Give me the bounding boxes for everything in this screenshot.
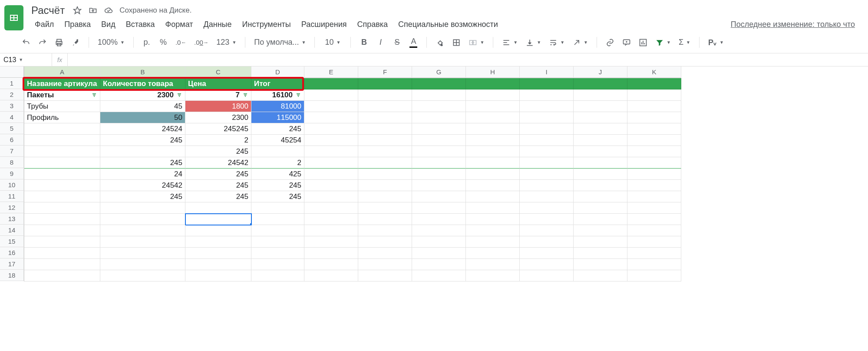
cell[interactable] bbox=[304, 112, 358, 123]
row-header-6[interactable]: 6 bbox=[0, 134, 24, 146]
cell[interactable] bbox=[358, 180, 412, 191]
menu-help[interactable]: Справка bbox=[357, 20, 388, 29]
cell[interactable] bbox=[358, 191, 412, 202]
cell[interactable] bbox=[100, 225, 185, 236]
row-header-14[interactable]: 14 bbox=[0, 225, 24, 236]
sheets-logo-icon[interactable] bbox=[4, 5, 23, 30]
filter-icon[interactable] bbox=[176, 93, 182, 98]
cell[interactable]: Количество товара bbox=[100, 78, 185, 89]
cell[interactable] bbox=[412, 214, 466, 225]
cell[interactable] bbox=[520, 78, 574, 89]
cell[interactable] bbox=[520, 123, 574, 135]
cell[interactable] bbox=[304, 236, 358, 248]
cell[interactable] bbox=[412, 236, 466, 248]
cell[interactable] bbox=[412, 89, 466, 101]
cell[interactable] bbox=[185, 248, 251, 259]
cell[interactable]: 245 bbox=[100, 135, 185, 146]
last-change-link[interactable]: Последнее изменение: только что bbox=[731, 20, 868, 29]
cell[interactable] bbox=[574, 180, 627, 191]
cell[interactable] bbox=[627, 214, 681, 225]
cell[interactable]: 245 bbox=[251, 180, 304, 191]
cell[interactable] bbox=[520, 259, 574, 270]
cell[interactable] bbox=[185, 236, 251, 248]
cell[interactable]: 7 bbox=[185, 89, 251, 101]
cell[interactable] bbox=[466, 248, 520, 259]
cell[interactable] bbox=[627, 225, 681, 236]
cell[interactable] bbox=[627, 259, 681, 270]
cell[interactable] bbox=[412, 101, 466, 112]
cell[interactable] bbox=[304, 248, 358, 259]
cell[interactable] bbox=[466, 89, 520, 101]
cell[interactable] bbox=[24, 236, 100, 248]
cell[interactable] bbox=[304, 135, 358, 146]
cell[interactable] bbox=[251, 214, 304, 225]
cell[interactable]: 2300 bbox=[185, 112, 251, 123]
menu-view[interactable]: Вид bbox=[101, 20, 116, 29]
cell[interactable] bbox=[574, 135, 627, 146]
currency-button[interactable]: р. bbox=[141, 35, 153, 50]
cell[interactable] bbox=[304, 180, 358, 191]
cell[interactable] bbox=[466, 112, 520, 123]
cell[interactable] bbox=[520, 191, 574, 202]
cell[interactable] bbox=[251, 236, 304, 248]
cell[interactable] bbox=[304, 169, 358, 180]
cell[interactable] bbox=[574, 270, 627, 281]
menu-tools[interactable]: Инструменты bbox=[242, 20, 291, 29]
cell[interactable]: 245 bbox=[100, 157, 185, 169]
cell[interactable]: Название артикула bbox=[24, 78, 100, 89]
row-header-8[interactable]: 8 bbox=[0, 157, 24, 168]
row-header-5[interactable]: 5 bbox=[0, 123, 24, 134]
redo-button[interactable] bbox=[36, 35, 49, 50]
row-header-3[interactable]: 3 bbox=[0, 100, 24, 112]
cell[interactable]: 24542 bbox=[185, 157, 251, 169]
cell[interactable] bbox=[574, 225, 627, 236]
cell[interactable] bbox=[466, 157, 520, 169]
cell[interactable] bbox=[627, 146, 681, 157]
column-header-E[interactable]: E bbox=[304, 66, 358, 78]
cell[interactable] bbox=[574, 259, 627, 270]
cell[interactable] bbox=[251, 270, 304, 281]
cell[interactable] bbox=[627, 236, 681, 248]
row-header-18[interactable]: 18 bbox=[0, 270, 24, 281]
cell[interactable] bbox=[520, 157, 574, 169]
menu-edit[interactable]: Правка bbox=[64, 20, 91, 29]
cell[interactable] bbox=[627, 202, 681, 214]
cell[interactable] bbox=[627, 112, 681, 123]
text-color-button[interactable]: A bbox=[407, 35, 419, 50]
cell[interactable] bbox=[574, 89, 627, 101]
filter-icon[interactable] bbox=[242, 93, 248, 98]
cell[interactable]: 2 bbox=[185, 135, 251, 146]
cell[interactable] bbox=[466, 101, 520, 112]
cell[interactable] bbox=[24, 146, 100, 157]
cell[interactable] bbox=[412, 180, 466, 191]
font-dropdown[interactable]: По умолча...▼ bbox=[252, 35, 307, 50]
cell[interactable] bbox=[520, 180, 574, 191]
cell[interactable] bbox=[574, 169, 627, 180]
cell[interactable] bbox=[520, 248, 574, 259]
cell[interactable] bbox=[466, 270, 520, 281]
filter-icon[interactable] bbox=[91, 93, 97, 98]
cell[interactable] bbox=[574, 146, 627, 157]
cell[interactable] bbox=[304, 101, 358, 112]
cell[interactable] bbox=[304, 123, 358, 135]
cell[interactable] bbox=[185, 214, 251, 225]
column-header-C[interactable]: C bbox=[185, 66, 251, 78]
create-filter-button[interactable]: ▼ bbox=[653, 35, 673, 50]
cell[interactable]: Пакеты bbox=[24, 89, 100, 101]
cell[interactable] bbox=[100, 236, 185, 248]
cell[interactable] bbox=[304, 202, 358, 214]
column-header-G[interactable]: G bbox=[412, 66, 466, 78]
column-header-H[interactable]: H bbox=[466, 66, 520, 78]
insert-link-button[interactable] bbox=[604, 35, 616, 50]
cell[interactable] bbox=[24, 157, 100, 169]
cell[interactable]: 24542 bbox=[100, 180, 185, 191]
cell[interactable] bbox=[304, 225, 358, 236]
fontsize-dropdown[interactable]: 10▼ bbox=[322, 35, 343, 50]
menu-format[interactable]: Формат bbox=[165, 20, 193, 29]
cell[interactable] bbox=[358, 259, 412, 270]
cell[interactable] bbox=[358, 270, 412, 281]
fill-color-button[interactable] bbox=[434, 35, 446, 50]
cell[interactable] bbox=[520, 270, 574, 281]
row-header-7[interactable]: 7 bbox=[0, 146, 24, 157]
cell[interactable] bbox=[358, 236, 412, 248]
